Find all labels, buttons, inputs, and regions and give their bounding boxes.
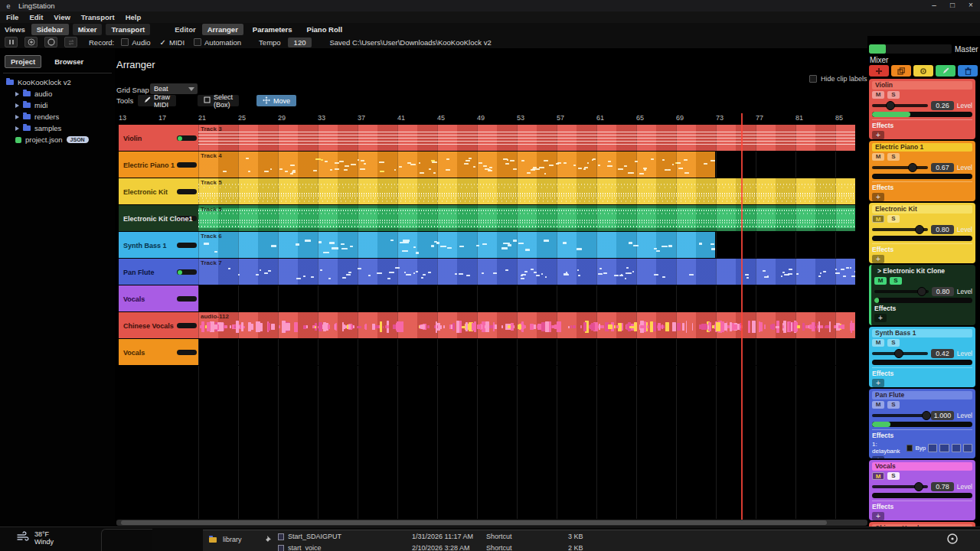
effect-mini-button[interactable] (928, 444, 937, 452)
record-toggle-midi[interactable]: ✓MIDI (160, 38, 185, 47)
effect-mini-button[interactable] (963, 444, 972, 452)
weather-widget[interactable]: 38°F Windy (17, 530, 54, 546)
level-slider[interactable] (872, 352, 928, 355)
menu-help[interactable]: Help (126, 13, 142, 21)
clip-region[interactable]: Track 5 (198, 178, 855, 204)
mute-button[interactable]: M (872, 401, 884, 409)
timeline-ruler[interactable]: 13172125293337414549535761656973778185 (116, 112, 867, 124)
level-slider[interactable] (874, 290, 929, 293)
level-slider[interactable] (872, 104, 928, 107)
track-header-electronic-kit[interactable]: Electronic Kit (119, 178, 198, 205)
track-volume-slider[interactable] (177, 296, 197, 302)
level-slider[interactable] (872, 485, 928, 488)
track-volume-slider[interactable] (177, 323, 197, 328)
level-knob[interactable] (917, 287, 926, 296)
scrollbar-thumb[interactable] (121, 520, 827, 525)
explorer-folder-row[interactable]: library (209, 535, 272, 544)
add-track-button[interactable] (869, 65, 889, 77)
effects-add-button[interactable]: + (872, 255, 884, 263)
level-knob[interactable] (915, 225, 924, 234)
checkbox-icon[interactable] (809, 75, 817, 83)
minimize-button[interactable]: – (925, 0, 943, 11)
track-header-pan-flute[interactable]: Pan Flute (119, 259, 198, 285)
tree-file-project-json[interactable]: project.jsonJSON (0, 134, 115, 145)
close-button[interactable]: × (962, 0, 980, 11)
effects-add-button[interactable]: + (872, 456, 884, 458)
level-value[interactable]: 0.78 (931, 482, 953, 491)
level-knob[interactable] (894, 349, 903, 358)
level-knob[interactable] (914, 482, 923, 491)
track-header-electric-piano-1[interactable]: Electric Piano 1 (119, 152, 198, 178)
track-header-chinese-vocals[interactable]: Chinese Vocals (119, 312, 198, 339)
solo-button[interactable]: S (887, 472, 900, 480)
mute-button[interactable]: M (872, 472, 884, 480)
menu-file[interactable]: File (6, 13, 18, 21)
effects-add-button[interactable]: + (874, 314, 887, 322)
level-value[interactable]: 0.26 (931, 101, 953, 110)
track-volume-slider[interactable] (177, 162, 197, 168)
menu-edit[interactable]: Edit (29, 13, 43, 21)
effect-mini-button[interactable] (939, 444, 949, 452)
duplicate-track-button[interactable] (891, 65, 911, 77)
level-value[interactable]: 0.80 (931, 225, 953, 234)
horizontal-scrollbar[interactable] (116, 520, 867, 526)
tempo-value[interactable]: 120 (288, 37, 312, 47)
solo-button[interactable]: S (887, 215, 900, 223)
tool-draw-midi[interactable]: Draw MIDI (138, 95, 176, 106)
level-slider[interactable] (872, 414, 928, 417)
hide-clip-labels-checkbox[interactable]: Hide clip labels (809, 75, 867, 83)
clip-region[interactable]: audio-112 (198, 312, 855, 338)
solo-button[interactable]: S (890, 277, 902, 285)
maximize-button[interactable]: □ (943, 0, 962, 11)
tool-move[interactable]: Move (256, 95, 296, 106)
tree-folder-renders[interactable]: renders (0, 111, 115, 122)
sidebar-tab-browser[interactable]: Browser (49, 56, 89, 67)
effects-add-button[interactable]: + (872, 512, 884, 520)
clip-region[interactable]: Track 3 (198, 125, 855, 151)
stop-button[interactable] (44, 37, 57, 47)
pause-button[interactable] (5, 37, 18, 47)
track-volume-slider[interactable] (177, 243, 197, 248)
menu-view[interactable]: View (54, 13, 70, 21)
tree-root[interactable]: KooKooKlock v2 (0, 77, 115, 88)
solo-button[interactable]: S (887, 339, 900, 347)
level-knob[interactable] (922, 411, 931, 420)
track-header-vocals[interactable]: Vocals (119, 285, 198, 312)
track-settings-button[interactable] (913, 65, 933, 77)
menu-transport[interactable]: Transport (81, 13, 115, 21)
file-explorer-window[interactable]: libraryStart_SDAIGPUT1/31/2026 11:17 AMS… (203, 530, 980, 551)
checkbox-icon[interactable] (121, 38, 129, 46)
track-volume-slider[interactable] (177, 189, 197, 194)
rename-track-button[interactable] (936, 65, 956, 77)
level-knob[interactable] (908, 163, 917, 172)
clip-region[interactable]: Track 6 (198, 232, 715, 258)
mute-button[interactable]: M (872, 215, 884, 223)
view-toggle-transport[interactable]: Transport (106, 24, 150, 35)
tree-folder-samples[interactable]: samples (0, 122, 115, 134)
record-button[interactable] (24, 37, 38, 47)
level-value[interactable]: 1.000 (931, 411, 953, 420)
record-toggle-automation[interactable]: Automation (194, 38, 241, 47)
sidebar-tab-project[interactable]: Project (5, 55, 41, 68)
effect-mini-button[interactable] (952, 444, 961, 452)
tree-folder-audio[interactable]: audio (0, 88, 115, 99)
mute-button[interactable]: M (872, 339, 884, 347)
effects-add-button[interactable]: + (872, 379, 884, 387)
track-header-electronic-kit-clone1[interactable]: Electronic Kit Clone1 (119, 205, 198, 232)
editor-tab-piano-roll[interactable]: Piano Roll (302, 24, 348, 35)
editor-tab-arranger[interactable]: Arranger (202, 24, 243, 35)
level-knob[interactable] (886, 101, 895, 110)
level-value[interactable]: 0.42 (931, 349, 953, 358)
loop-button[interactable] (64, 37, 77, 47)
track-header-vocals[interactable]: Vocals (119, 339, 198, 366)
record-toggle-audio[interactable]: Audio (121, 38, 150, 47)
clip-region[interactable]: Track 5 (198, 205, 855, 231)
track-volume-slider[interactable] (177, 350, 197, 355)
tree-folder-midi[interactable]: midi (0, 99, 115, 111)
level-slider[interactable] (872, 228, 928, 231)
mute-button[interactable]: M (874, 277, 887, 285)
level-value[interactable]: 0.80 (932, 287, 953, 296)
solo-button[interactable]: S (887, 91, 900, 99)
mute-button[interactable]: M (872, 91, 884, 99)
mute-button[interactable]: M (872, 153, 884, 161)
